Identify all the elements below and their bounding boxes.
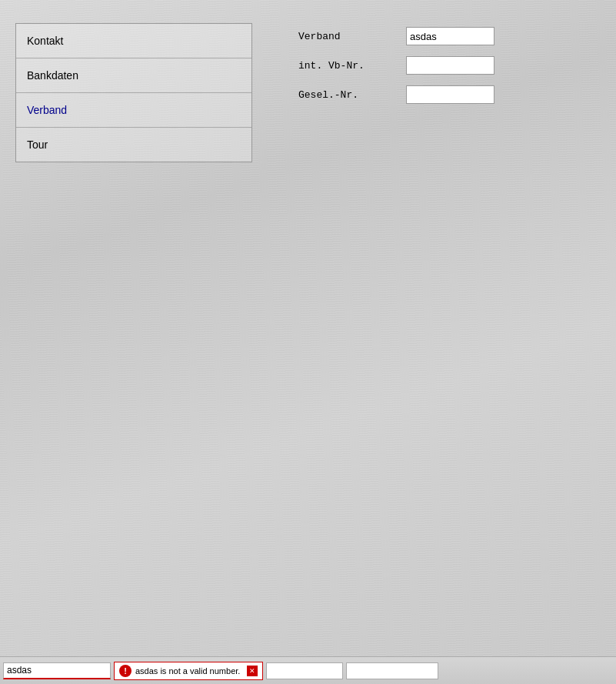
nav-item-verband[interactable]: Verband	[16, 93, 251, 128]
verband-row: Verband	[298, 27, 494, 45]
nav-item-kontakt[interactable]: Kontakt	[16, 24, 251, 58]
nav-item-tour[interactable]: Tour	[16, 128, 251, 162]
bottom-empty-input-1[interactable]	[266, 662, 343, 679]
gesel-nr-row: Gesel.-Nr.	[298, 85, 494, 104]
bottom-bar: ! asdas is not a valid number. ✕	[0, 656, 616, 684]
error-message: asdas is not a valid number.	[135, 666, 240, 676]
main-content: Kontakt Bankdaten Verband Tour Verband i…	[0, 0, 616, 162]
nav-item-bankdaten[interactable]: Bankdaten	[16, 58, 251, 93]
int-vb-nr-input[interactable]	[406, 56, 494, 75]
error-close-button[interactable]: ✕	[247, 666, 258, 676]
form-panel: Verband int. Vb-Nr. Gesel.-Nr.	[298, 23, 494, 162]
bottom-empty-input-2[interactable]	[346, 662, 438, 679]
int-vb-nr-label: int. Vb-Nr.	[298, 60, 391, 72]
int-vb-nr-row: int. Vb-Nr.	[298, 56, 494, 75]
verband-input[interactable]	[406, 27, 494, 45]
nav-panel: Kontakt Bankdaten Verband Tour	[15, 23, 252, 162]
gesel-nr-label: Gesel.-Nr.	[298, 89, 391, 101]
error-tooltip: ! asdas is not a valid number. ✕	[114, 662, 263, 680]
error-icon: !	[119, 665, 132, 677]
bottom-value-input[interactable]	[3, 662, 111, 679]
verband-label: Verband	[298, 31, 391, 42]
gesel-nr-input[interactable]	[406, 85, 494, 104]
